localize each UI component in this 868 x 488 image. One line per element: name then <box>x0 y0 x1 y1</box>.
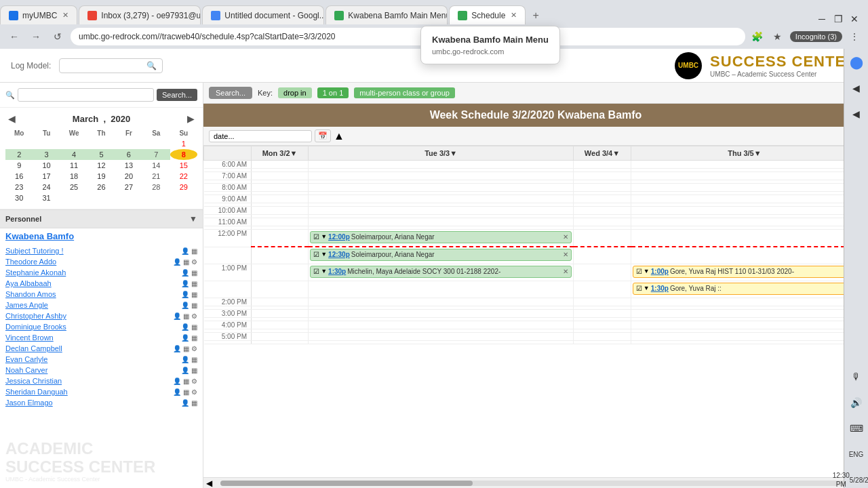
personnel-item-6[interactable]: Christopher Ashby👤▦⚙ <box>0 310 203 321</box>
personnel-item-3[interactable]: Aya Albabaah👤▦ <box>0 278 203 289</box>
date-input[interactable] <box>209 130 312 142</box>
date-calendar-button[interactable]: 📅 <box>315 129 331 142</box>
log-model-search-button[interactable]: 🔍 <box>146 61 157 70</box>
schedule-cell-mon-4-0[interactable] <box>252 207 309 215</box>
schedule-cell-wed-10-0[interactable] <box>574 321 631 329</box>
appointment-block[interactable]: ☑▼1:30pMichelin, Maya Adelaide SOCY 300 … <box>310 266 572 278</box>
schedule-cell-thu-5-0[interactable] <box>631 218 858 226</box>
schedule-cell-mon-9-0[interactable] <box>252 310 309 318</box>
keyboard-icon[interactable]: ⌨ <box>848 420 865 436</box>
schedule-cell-wed-0-0[interactable] <box>574 161 631 169</box>
calendar-day-7[interactable]: 7 <box>142 149 170 160</box>
personnel-name[interactable]: Kwabena Bamfo <box>0 228 203 244</box>
personnel-item-11[interactable]: Noah Carver👤▦ <box>0 365 203 375</box>
tab-schedule[interactable]: Schedule ✕ <box>449 5 526 24</box>
appt-close-button[interactable]: ✕ <box>563 233 568 241</box>
log-model-input[interactable] <box>65 61 146 70</box>
reload-button[interactable]: ↺ <box>49 28 66 45</box>
minimize-button[interactable]: ─ <box>816 14 827 24</box>
calendar-day-5[interactable]: 5 <box>87 149 115 160</box>
calendar-next-button[interactable]: ▶ <box>184 113 197 124</box>
schedule-cell-mon-6-1[interactable] <box>252 247 309 264</box>
back-button[interactable]: ← <box>5 28 23 45</box>
col-header-thu[interactable]: Thu 3/5▼ <box>631 146 858 161</box>
personnel-item-1[interactable]: Theodore Addo👤▦⚙ <box>0 256 203 267</box>
calendar-day-17[interactable]: 17 <box>33 171 60 182</box>
schedule-cell-thu-8-0[interactable] <box>631 298 858 306</box>
schedule-cell-thu-2-0[interactable] <box>631 184 858 192</box>
forward-button[interactable]: → <box>27 28 45 45</box>
schedule-cell-tue-9-0[interactable] <box>309 310 574 318</box>
calendar-day-22[interactable]: 22 <box>170 171 197 182</box>
menu-button[interactable]: ⋮ <box>846 28 863 45</box>
schedule-cell-mon-2-0[interactable] <box>252 184 309 192</box>
sidebar-expand-icon[interactable]: ◀ <box>848 106 865 122</box>
calendar-day-11[interactable]: 11 <box>60 160 87 171</box>
appt-checkbox[interactable]: ☑ <box>313 251 319 258</box>
bookmark-button[interactable]: ★ <box>770 28 786 45</box>
schedule-cell-thu-3-0[interactable] <box>631 195 858 203</box>
personnel-item-9[interactable]: Declan Campbell👤▦⚙ <box>0 343 203 354</box>
schedule-cell-wed-11-1[interactable] <box>574 341 631 344</box>
schedule-cell-wed-9-0[interactable] <box>574 310 631 318</box>
appt-checkbox[interactable]: ☑ <box>636 268 642 275</box>
calendar-prev-button[interactable]: ◀ <box>5 113 18 124</box>
calendar-day-31[interactable]: 31 <box>33 192 60 203</box>
calendar-day-3[interactable]: 3 <box>33 149 60 160</box>
personnel-item-4[interactable]: Shandon Amos👤▦ <box>0 289 203 300</box>
schedule-cell-wed-1-0[interactable] <box>574 172 631 180</box>
schedule-wrapper[interactable]: Mon 3/2▼ Tue 3/3▼ Wed 3/4▼ Thu 3/5▼ 6:00… <box>203 146 868 477</box>
schedule-cell-mon-1-0[interactable] <box>252 172 309 180</box>
new-tab-button[interactable]: + <box>527 7 544 24</box>
schedule-cell-wed-4-0[interactable] <box>574 207 631 215</box>
schedule-cell-thu-7-0[interactable]: ☑▼1:00pGore, Yuva Raj HIST 110 01-31/03 … <box>631 264 858 281</box>
appt-close-button[interactable]: ✕ <box>563 268 568 275</box>
schedule-cell-thu-11-1[interactable] <box>631 341 858 344</box>
appt-dropdown-icon[interactable]: ▼ <box>321 233 327 240</box>
personnel-item-13[interactable]: Sheridan Danguah👤▦⚙ <box>0 386 203 397</box>
schedule-cell-tue-7-0[interactable]: ☑▼1:30pMichelin, Maya Adelaide SOCY 300 … <box>309 264 574 281</box>
appointment-block[interactable]: ☑▼12:30pSoleimarpour, Ariana Negar✕ <box>310 249 572 261</box>
calendar-day-19[interactable]: 19 <box>87 171 115 182</box>
personnel-item-8[interactable]: Vincent Brown👤▦ <box>0 332 203 343</box>
schedule-cell-mon-6-0[interactable] <box>252 230 309 247</box>
schedule-cell-tue-2-0[interactable] <box>309 184 574 192</box>
sidebar-collapse-icon[interactable]: ◀ <box>848 80 865 96</box>
tab-inbox[interactable]: Inbox (3,279) - oe97931@u... ✕ <box>79 5 201 24</box>
tab-close-myumbc[interactable]: ✕ <box>62 11 68 20</box>
tab-kwabena-menu[interactable]: Kwabena Bamfo Main Menu ✕ <box>326 5 448 24</box>
schedule-cell-mon-7-1[interactable] <box>252 281 309 298</box>
schedule-scrollbar[interactable]: ◀ ▶ <box>203 477 868 488</box>
personnel-item-0[interactable]: Subject Tutoring !👤▦ <box>0 245 203 256</box>
calendar-day-24[interactable]: 24 <box>33 182 60 192</box>
mic-icon[interactable]: 🎙 <box>848 369 865 385</box>
calendar-day-10[interactable]: 10 <box>33 160 60 171</box>
calendar-day-30[interactable]: 30 <box>5 192 33 203</box>
schedule-cell-tue-7-1[interactable] <box>309 281 574 298</box>
calendar-day-2[interactable]: 2 <box>5 149 33 160</box>
schedule-cell-thu-1-0[interactable] <box>631 172 858 180</box>
schedule-cell-thu-11-0[interactable] <box>631 333 858 341</box>
appt-checkbox[interactable]: ☑ <box>636 285 642 292</box>
calendar-day-14[interactable]: 14 <box>142 160 170 171</box>
schedule-cell-mon-11-0[interactable] <box>252 333 309 341</box>
schedule-cell-tue-10-0[interactable] <box>309 321 574 329</box>
calendar-day-20[interactable]: 20 <box>115 171 142 182</box>
appt-checkbox[interactable]: ☑ <box>313 233 319 241</box>
personnel-item-12[interactable]: Jessica Christian👤▦⚙ <box>0 375 203 386</box>
calendar-day-27[interactable]: 27 <box>115 182 142 192</box>
schedule-cell-mon-0-0[interactable] <box>252 161 309 169</box>
schedule-cell-thu-6-0[interactable] <box>631 230 858 247</box>
schedule-cell-wed-5-0[interactable] <box>574 218 631 226</box>
appt-dropdown-icon[interactable]: ▼ <box>321 251 327 258</box>
col-header-wed[interactable]: Wed 3/4▼ <box>574 146 631 161</box>
schedule-cell-thu-4-0[interactable] <box>631 207 858 215</box>
calendar-day-13[interactable]: 13 <box>115 160 142 171</box>
schedule-cell-mon-8-0[interactable] <box>252 298 309 306</box>
schedule-cell-thu-9-0[interactable] <box>631 310 858 318</box>
tab-gdoc[interactable]: Untitled document - Googl... ✕ <box>202 5 324 24</box>
calendar-day-12[interactable]: 12 <box>87 160 115 171</box>
schedule-cell-tue-6-1[interactable]: ☑▼12:30pSoleimarpour, Ariana Negar✕ <box>309 247 574 264</box>
appt-dropdown-icon[interactable]: ▼ <box>644 268 650 274</box>
schedule-cell-wed-8-0[interactable] <box>574 298 631 306</box>
